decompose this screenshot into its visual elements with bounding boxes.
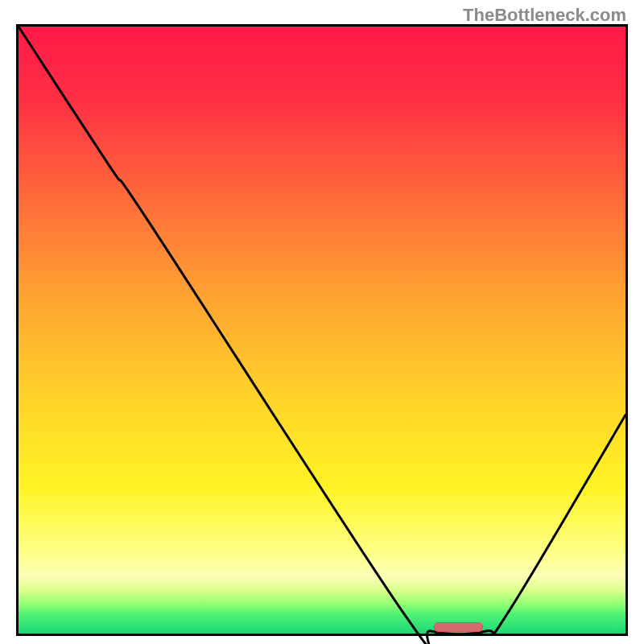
chart-stage: TheBottleneck.com bbox=[0, 0, 644, 644]
watermark-text: TheBottleneck.com bbox=[463, 5, 626, 26]
axis-frame bbox=[16, 24, 628, 636]
